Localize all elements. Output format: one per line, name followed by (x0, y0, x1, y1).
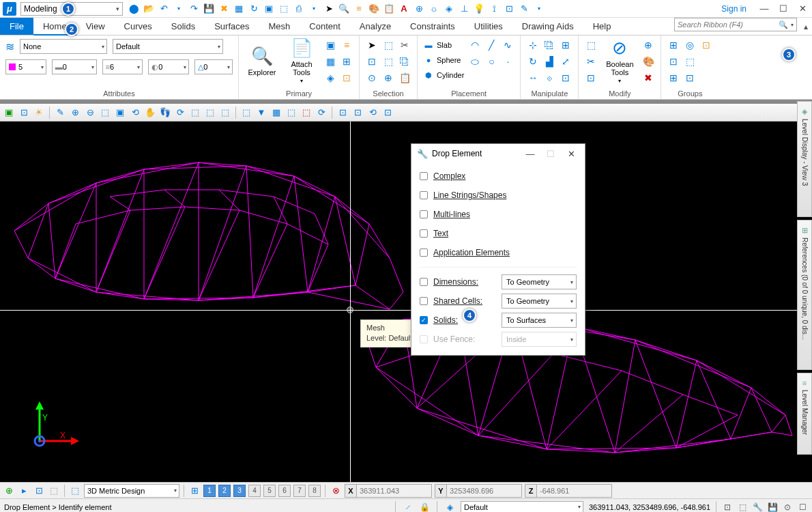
dialog-maximize-button[interactable]: ☐ (542, 149, 559, 159)
tab-constraints[interactable]: Constraints (401, 18, 465, 35)
view-4-button[interactable]: 4 (248, 485, 261, 497)
app-icon[interactable]: μ (3, 2, 16, 16)
ribbon-tool-icon[interactable]: ↔ (526, 71, 540, 85)
mirror-icon[interactable]: ▟ (542, 55, 556, 68)
status-icon[interactable]: ⬚ (48, 485, 60, 497)
ribbon-tool-icon[interactable]: ⊡ (667, 55, 680, 68)
ribbon-tool-icon[interactable]: ⊕ (381, 71, 395, 85)
ribbon-tool-icon[interactable]: ⊡ (559, 71, 572, 85)
tray-icon[interactable]: 💾 (767, 502, 778, 513)
dimensions-checkbox[interactable] (420, 278, 428, 286)
multilines-checkbox[interactable] (420, 210, 428, 218)
sign-in-link[interactable]: Sign in (716, 4, 752, 14)
ribbon-tool-icon[interactable]: ∿ (501, 38, 514, 52)
qat-icon[interactable]: ≡ (353, 3, 364, 14)
level-combo[interactable]: Default (461, 501, 583, 513)
qat-search-icon[interactable]: 🔍 (338, 3, 349, 14)
tab-surfaces[interactable]: Surfaces (205, 18, 259, 35)
ribbon-tool-icon[interactable]: ⬚ (381, 55, 395, 68)
level-icon[interactable]: ◈ (444, 502, 455, 513)
qat-icon[interactable]: ↻ (248, 3, 259, 14)
delete-icon[interactable]: ✖ (641, 71, 655, 85)
ribbon-tool-icon[interactable]: ⬚ (584, 38, 598, 52)
tray-icon[interactable]: ⊡ (722, 502, 733, 513)
qat-icon[interactable]: ⊕ (414, 3, 424, 14)
layer-icon[interactable]: ≋ (5, 40, 14, 53)
ribbon-tool-icon[interactable]: ⊙ (365, 71, 379, 85)
z-input[interactable]: -648.961 (537, 484, 612, 498)
weight-combo[interactable]: ▬ 0 (52, 59, 97, 74)
sharedcells-checkbox[interactable] (420, 297, 428, 305)
qat-cursor-icon[interactable]: ➤ (323, 3, 334, 14)
rotate-view-icon[interactable]: ⟲ (129, 106, 141, 119)
dialog-titlebar[interactable]: 🔧 Drop Element — ☐ ✕ (411, 144, 585, 163)
select-icon[interactable]: ➤ (365, 38, 379, 52)
solids-checkbox[interactable]: ✓ (420, 316, 428, 324)
qat-dropdown-icon[interactable]: ▾ (308, 3, 319, 14)
search-ribbon-input[interactable]: Search Ribbon (F4) 🔍 ▾ (674, 18, 797, 31)
view-6-button[interactable]: 6 (278, 485, 291, 497)
tab-content[interactable]: Content (300, 18, 350, 35)
tray-icon[interactable]: 🔧 (752, 502, 763, 513)
solids-combo[interactable]: To Surfaces (502, 313, 577, 328)
tab-solids[interactable]: Solids (162, 18, 205, 35)
references-tab[interactable]: ⊞References (0 of 0 unique, 0 dis... (797, 220, 812, 370)
qat-icon[interactable]: ▦ (233, 3, 244, 14)
ribbon-tool-icon[interactable]: ○ (484, 55, 498, 68)
view-tool-icon[interactable]: ▼ (255, 106, 267, 119)
view-tool-icon[interactable]: ⟳ (174, 106, 186, 119)
view-tool-icon[interactable]: ⟲ (366, 106, 379, 119)
view-tool-icon[interactable]: ⟳ (315, 106, 328, 119)
rotate-icon[interactable]: ↻ (526, 55, 540, 68)
copy-icon[interactable]: ⿻ (398, 55, 411, 68)
view-2-button[interactable]: 2 (218, 485, 231, 497)
view-window[interactable]: Mesh Level: Default Y X 🔧 Drop Element —… (0, 122, 812, 482)
ribbon-tool-icon[interactable]: ⊞ (667, 38, 680, 52)
tab-utilities[interactable]: Utilities (465, 18, 512, 35)
file-tab[interactable]: File (0, 18, 33, 35)
ribbon-tool-icon[interactable]: ▣ (323, 38, 337, 52)
ribbon-tool-icon[interactable]: ◈ (323, 71, 337, 85)
ribbon-tool-icon[interactable]: ◠ (468, 38, 482, 52)
x-input[interactable]: 363911.043 (357, 484, 432, 498)
attach-tools-button[interactable]: 📄Attach Tools▾ (284, 38, 319, 83)
view-3-button[interactable]: 3 (233, 485, 246, 497)
level-display-tab[interactable]: ◈Level Display - View 3 (797, 101, 812, 217)
style-combo[interactable]: Default (113, 39, 223, 54)
ribbon-tool-icon[interactable] (699, 55, 713, 68)
slab-button[interactable]: ▬Slab (423, 38, 464, 52)
view-tool-icon[interactable]: ⊡ (336, 106, 349, 119)
ribbon-tool-icon[interactable]: ⬚ (683, 55, 697, 68)
view-tool-icon[interactable]: ⬚ (219, 106, 231, 119)
ribbon-tool-icon[interactable]: ⟐ (542, 71, 556, 85)
ribbon-tool-icon[interactable]: · (501, 55, 514, 68)
status-icon[interactable]: ▸ (18, 485, 30, 497)
ribbon-tool-icon[interactable]: ✂ (584, 55, 598, 68)
move-icon[interactable]: ⊹ (526, 38, 540, 52)
snap-icon[interactable]: ⟋ (403, 502, 414, 513)
sphere-button[interactable]: ●Sphere (423, 53, 464, 67)
sharedcells-combo[interactable]: To Geometry (502, 294, 577, 309)
status-icon[interactable]: ⊕ (3, 485, 15, 497)
qat-dropdown-icon[interactable]: ▾ (173, 3, 184, 14)
paste-icon[interactable]: 📋 (398, 71, 411, 85)
qat-icon[interactable]: ⎙ (293, 3, 304, 14)
zoom-out-icon[interactable]: ⊖ (84, 106, 96, 119)
view-tool-icon[interactable]: ⊡ (381, 106, 394, 119)
view-tool-icon[interactable]: ▦ (270, 106, 282, 119)
minimize-button[interactable]: — (757, 2, 771, 16)
view-tool-icon[interactable]: ✎ (54, 106, 66, 119)
qat-icon[interactable]: ☼ (429, 3, 439, 14)
fence-icon[interactable]: ⬚ (381, 38, 395, 52)
linestrings-checkbox[interactable] (420, 191, 428, 199)
view-tool-icon[interactable]: ⊡ (351, 106, 364, 119)
ribbon-tool-icon[interactable]: ⊡ (340, 71, 353, 85)
pan-icon[interactable]: ✋ (144, 106, 156, 119)
palette-icon[interactable]: 🎨 (641, 55, 655, 68)
view-tool-icon[interactable]: ⊡ (18, 106, 30, 119)
model-icon[interactable]: ⬚ (69, 485, 81, 497)
view-next-icon[interactable]: ⬚ (204, 106, 216, 119)
fill-combo[interactable]: △ 0 (194, 59, 233, 74)
lock-icon[interactable]: 🔒 (419, 502, 430, 513)
tab-view[interactable]: View (76, 18, 115, 35)
